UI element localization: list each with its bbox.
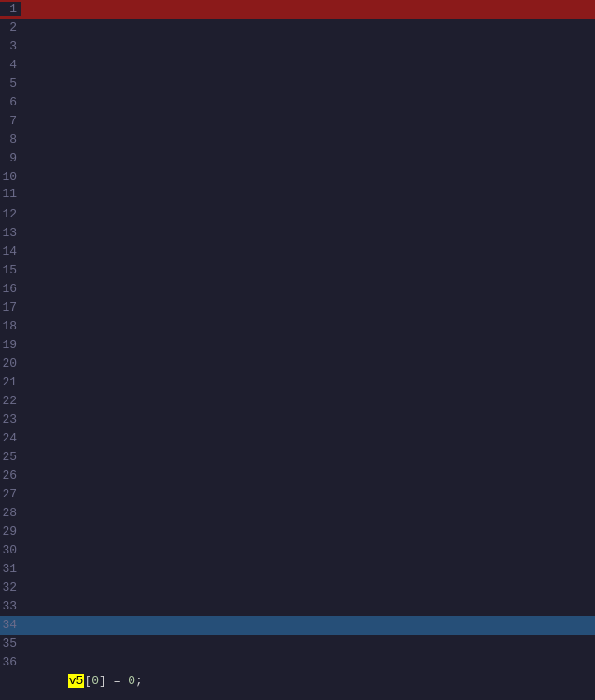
line-number-2: 2 — [0, 21, 21, 35]
line-number-11: 11 — [0, 187, 21, 201]
line-number-21: 21 — [0, 375, 21, 389]
line-number-32: 32 — [0, 581, 21, 595]
line-content-36: v5[0] = 0; — [21, 653, 143, 700]
line-36[interactable]: 36 v5[0] = 0; — [0, 653, 595, 672]
line-number-26: 26 — [0, 469, 21, 483]
line-28[interactable]: 28 puts( — [0, 504, 595, 523]
line-17[interactable]: 17 memset(v5, 0, sizeof(v5)); — [0, 299, 595, 317]
line-number-16: 16 — [0, 282, 21, 296]
line-7[interactable]: 7 FILE *stream; // [esp+180h] [ebp-14h] — [0, 112, 595, 131]
line-number-7: 7 — [0, 114, 21, 128]
code-editor: 1 // bad sp value at call has been detec… — [0, 0, 595, 672]
line-number-14: 14 — [0, 245, 21, 259]
line-number-8: 8 — [0, 133, 21, 147]
line-29[interactable]: 29 "Password File is Missing. Problem is… — [0, 523, 595, 541]
line-number-3: 3 — [0, 39, 21, 53]
line-number-28: 28 — [0, 506, 21, 520]
line-number-31: 31 — [0, 562, 21, 576]
line-number-1: 1 — [0, 2, 21, 16]
line-number-4: 4 — [0, 58, 21, 72]
line-18[interactable]: 18 memset(s1, 0, sizeof(s1)); — [0, 317, 595, 336]
line-16[interactable]: 16 memset(s, 0, sizeof(s)); — [0, 280, 595, 299]
line-4[interactable]: 4 char s1[64]; // [esp+0h] [ebp-194h] BY… — [0, 56, 595, 75]
line-21[interactable]: 21 v8 = strchr(v5, 10); — [0, 373, 595, 392]
line-11: 11 — [0, 187, 595, 205]
line-23[interactable]: 23 *v8 = 0; — [0, 411, 595, 429]
line-32[interactable]: 32 fgets(s, 64, stream); — [0, 579, 595, 597]
line-9[interactable]: 9 __gid_t v9; // [esp+188h] [ebp-Ch] — [0, 149, 595, 168]
line-26[interactable]: 26 if ( !stream ) — [0, 467, 595, 485]
line-number-17: 17 — [0, 301, 21, 315]
line-number-23: 23 — [0, 413, 21, 427]
line-number-20: 20 — [0, 357, 21, 371]
line-19[interactable]: 19 puts("What is your name?"); — [0, 336, 595, 355]
line-14[interactable]: 14 v9 = getegid(); — [0, 243, 595, 261]
line-12[interactable]: 12 v10 = &argc; — [0, 205, 595, 224]
line-number-27: 27 — [0, 487, 21, 501]
line-27[interactable]: 27 { — [0, 485, 595, 504]
line-15[interactable]: 15 setresgid(v9, v9, v9); — [0, 261, 595, 280]
line-number-22: 22 — [0, 394, 21, 408]
line-35[interactable]: 35 fgets(s1, 64, stdin); — [0, 635, 595, 653]
line-22[interactable]: 22 if ( v8 ) — [0, 392, 595, 411]
line-10[interactable]: 10 int *v10; // [esp+18Ch] [ebp-8h] — [0, 168, 595, 187]
line-3[interactable]: 3 { — [0, 37, 595, 56]
line-13[interactable]: 13 setvbuf(stdout, 0, 2, 0); — [0, 224, 595, 243]
line-number-24: 24 — [0, 431, 21, 445]
line-number-10: 10 — [0, 170, 21, 184]
line-24[interactable]: 24 strcat(v5, ",\nPlease Enter the Passw… — [0, 429, 595, 448]
line-number-34: 34 — [0, 618, 21, 632]
line-34[interactable]: 34 puts(v5); — [0, 616, 595, 635]
line-8[interactable]: 8 char *v8; // [esp+184h] [ebp-10h] — [0, 131, 595, 149]
line-number-19: 19 — [0, 338, 21, 352]
line-number-5: 5 — [0, 77, 21, 91]
line-31[interactable]: 31 } — [0, 560, 595, 579]
line-number-25: 25 — [0, 450, 21, 464]
line-number-29: 29 — [0, 525, 21, 539]
line-number-13: 13 — [0, 226, 21, 240]
line-5[interactable]: 5 char v5[256]; // [esp+40h] [ebp-154h] … — [0, 75, 595, 93]
line-number-35: 35 — [0, 637, 21, 651]
line-number-6: 6 — [0, 95, 21, 109]
line-number-18: 18 — [0, 319, 21, 333]
line-25[interactable]: 25 stream = fopen("password.txt", "r"); — [0, 448, 595, 467]
line-number-36: 36 — [0, 655, 21, 669]
line-number-12: 12 — [0, 207, 21, 221]
line-number-30: 30 — [0, 543, 21, 557]
line-number-15: 15 — [0, 263, 21, 277]
line-33[interactable]: 33 printf("Hello "); — [0, 597, 595, 616]
line-20[interactable]: 20 fgets(v5, 256, stdin); — [0, 355, 595, 373]
line-1[interactable]: 1 // bad sp value at call has been detec… — [0, 0, 595, 19]
line-6[interactable]: 6 char s[64]; // [esp+140h] [ebp-54h] BY… — [0, 93, 595, 112]
line-number-9: 9 — [0, 151, 21, 165]
line-2[interactable]: 2 int __cdecl main(int argc, const char … — [0, 19, 595, 37]
line-number-33: 33 — [0, 599, 21, 613]
line-30[interactable]: 30 exit(0); — [0, 541, 595, 560]
